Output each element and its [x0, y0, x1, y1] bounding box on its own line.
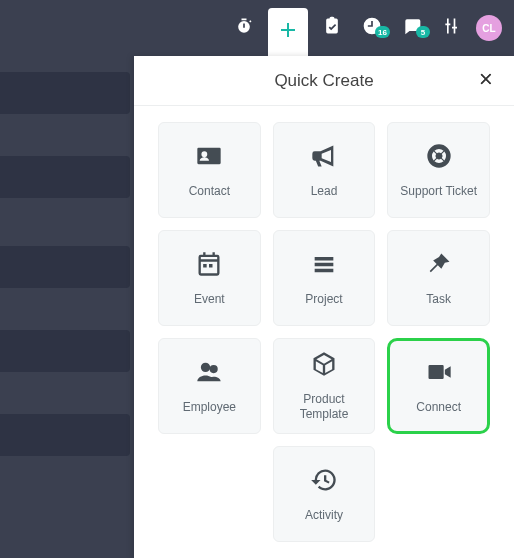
card-support-ticket[interactable]: Support Ticket [387, 122, 490, 218]
pin-icon [425, 250, 453, 282]
lifebuoy-icon [425, 142, 453, 174]
close-icon [478, 71, 494, 91]
schedule-badge: 16 [375, 26, 390, 38]
stopwatch-button[interactable] [228, 12, 260, 44]
panel-header: Quick Create [134, 56, 514, 106]
quick-create-panel: Quick Create Contact Lead Support Ticket [134, 56, 514, 558]
megaphone-icon [310, 142, 338, 174]
bg-bar [0, 330, 130, 372]
panel-title: Quick Create [274, 71, 373, 91]
card-activity[interactable]: Activity [273, 446, 376, 542]
card-label: Employee [177, 400, 242, 415]
card-label: Project [299, 292, 348, 307]
messages-button[interactable]: 5 [396, 12, 428, 44]
sliders-icon [442, 16, 462, 40]
bg-bar [0, 414, 130, 456]
card-connect[interactable]: Connect [387, 338, 490, 434]
clipboard-check-icon [322, 16, 342, 40]
people-icon [195, 358, 223, 390]
card-label: Lead [305, 184, 344, 199]
card-label: Support Ticket [394, 184, 483, 199]
bg-bar [0, 72, 130, 114]
stopwatch-icon [234, 16, 254, 40]
background-sidebar-hints [0, 0, 130, 558]
video-icon [425, 358, 453, 390]
card-employee[interactable]: Employee [158, 338, 261, 434]
card-task[interactable]: Task [387, 230, 490, 326]
bg-bar [0, 246, 130, 288]
card-product-template[interactable]: Product Template [273, 338, 376, 434]
plus-icon [276, 18, 300, 46]
card-label: Task [420, 292, 457, 307]
quick-create-grid: Contact Lead Support Ticket Event Projec [134, 106, 514, 558]
avatar-initials: CL [482, 23, 495, 34]
card-contact[interactable]: Contact [158, 122, 261, 218]
list-icon [310, 250, 338, 282]
card-event[interactable]: Event [158, 230, 261, 326]
bg-bar [0, 156, 130, 198]
quick-create-button[interactable] [268, 8, 308, 56]
close-button[interactable] [474, 69, 498, 93]
contact-card-icon [195, 142, 223, 174]
card-lead[interactable]: Lead [273, 122, 376, 218]
user-avatar[interactable]: CL [476, 15, 502, 41]
cube-icon [310, 350, 338, 382]
card-label: Connect [410, 400, 467, 415]
card-project[interactable]: Project [273, 230, 376, 326]
calendar-icon [195, 250, 223, 282]
messages-badge: 5 [416, 26, 430, 38]
card-label: Activity [299, 508, 349, 523]
history-icon [310, 466, 338, 498]
card-label: Product Template [274, 392, 375, 422]
clipboard-button[interactable] [316, 12, 348, 44]
card-label: Contact [183, 184, 236, 199]
preferences-button[interactable] [436, 12, 468, 44]
card-label: Event [188, 292, 231, 307]
top-toolbar: 16 5 CL [0, 0, 514, 56]
schedule-button[interactable]: 16 [356, 12, 388, 44]
